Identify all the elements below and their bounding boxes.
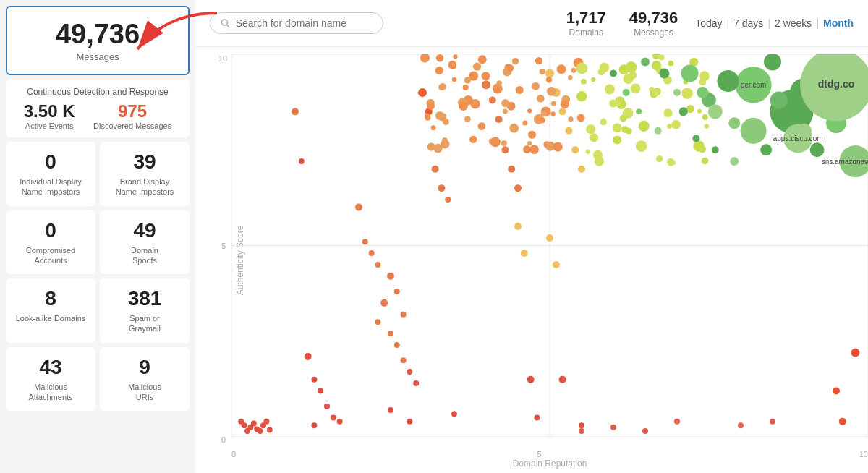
malicious-attachments-num: 43 bbox=[12, 356, 90, 379]
individual-display-impostors-desc: Individual DisplayName Impostors bbox=[12, 176, 90, 197]
messages-count: 49,736 bbox=[19, 19, 176, 50]
compromised-accounts-desc: CompromisedAccounts bbox=[12, 245, 90, 266]
brand-display-impostors-desc: Brand DisplayName Impostors bbox=[106, 176, 184, 197]
cdr-title: Continuous Detection and Response bbox=[14, 87, 181, 97]
filter-today[interactable]: Today bbox=[695, 17, 722, 29]
brand-display-impostors-num: 39 bbox=[106, 150, 184, 174]
messages-stat-label: Messages bbox=[629, 27, 678, 38]
sidebar: 49,736 Messages Continuous Detection and… bbox=[0, 0, 195, 473]
discovered-messages-value: 975 bbox=[93, 101, 171, 122]
spam-graymail-desc: Spam orGraymail bbox=[106, 313, 184, 334]
x-tick-0: 0 bbox=[231, 450, 236, 459]
individual-display-impostors-num: 0 bbox=[12, 150, 90, 174]
x-axis-label: Domain Reputation bbox=[513, 459, 587, 469]
domains-count: 1,717 bbox=[566, 9, 606, 27]
individual-display-impostors[interactable]: 0 Individual DisplayName Impostors bbox=[6, 142, 95, 206]
lookalike-domains-num: 8 bbox=[12, 287, 90, 310]
search-input[interactable] bbox=[236, 17, 373, 29]
malicious-uris-desc: MaliciousURIs bbox=[106, 382, 184, 403]
domains-label: Domains bbox=[566, 27, 606, 38]
stats-grid: 0 Individual DisplayName Impostors 39 Br… bbox=[6, 142, 190, 411]
messages-stat-count: 49,736 bbox=[629, 9, 678, 27]
x-tick-10: 10 bbox=[859, 450, 868, 459]
chart-area: Authenticity Score 10 5 0 0 5 10 Domain … bbox=[195, 47, 868, 473]
brand-display-impostors[interactable]: 39 Brand DisplayName Impostors bbox=[100, 142, 190, 206]
active-events-label: Active Events bbox=[24, 122, 75, 130]
main-panel: 1,717 Domains 49,736 Messages Today | 7 … bbox=[195, 0, 868, 473]
active-events: 3.50 K Active Events bbox=[24, 101, 75, 130]
chart-inner: 10 5 0 0 5 10 Domain Reputation bbox=[231, 54, 868, 444]
cdr-card: Continuous Detection and Response 3.50 K… bbox=[6, 80, 190, 137]
messages-card[interactable]: 49,736 Messages bbox=[6, 6, 190, 75]
malicious-uris[interactable]: 9 MaliciousURIs bbox=[100, 347, 190, 412]
active-events-value: 3.50 K bbox=[24, 101, 75, 122]
topbar: 1,717 Domains 49,736 Messages Today | 7 … bbox=[195, 0, 868, 47]
y-tick-0: 0 bbox=[221, 435, 226, 444]
y-tick-5: 5 bbox=[221, 242, 226, 250]
stat-group: 1,717 Domains 49,736 Messages bbox=[566, 9, 678, 38]
lookalike-domains[interactable]: 8 Look-alike Domains bbox=[6, 278, 95, 343]
scatter-chart bbox=[231, 54, 868, 437]
domain-spoofs-num: 49 bbox=[106, 219, 184, 242]
filter-7days[interactable]: 7 days bbox=[733, 17, 763, 29]
filter-month[interactable]: Month bbox=[823, 17, 854, 29]
spam-graymail[interactable]: 381 Spam orGraymail bbox=[100, 278, 190, 343]
domain-spoofs-desc: DomainSpoofs bbox=[106, 245, 184, 266]
x-tick-5: 5 bbox=[537, 450, 541, 459]
domains-stat: 1,717 Domains bbox=[566, 9, 606, 38]
malicious-uris-num: 9 bbox=[106, 356, 184, 379]
malicious-attachments-desc: MaliciousAttachments bbox=[12, 382, 90, 403]
discovered-messages-label: Discovered Messages bbox=[93, 122, 171, 130]
search-box[interactable] bbox=[210, 12, 383, 34]
messages-label: Messages bbox=[19, 51, 176, 62]
spam-graymail-num: 381 bbox=[106, 287, 184, 310]
domain-spoofs[interactable]: 49 DomainSpoofs bbox=[100, 210, 190, 275]
compromised-accounts-num: 0 bbox=[12, 219, 90, 242]
compromised-accounts[interactable]: 0 CompromisedAccounts bbox=[6, 210, 95, 275]
y-tick-10: 10 bbox=[218, 54, 227, 63]
discovered-messages: 975 Discovered Messages bbox=[93, 101, 171, 130]
lookalike-domains-desc: Look-alike Domains bbox=[12, 313, 90, 323]
time-filters: Today | 7 days | 2 weeks | Month bbox=[695, 17, 854, 29]
filter-2weeks[interactable]: 2 weeks bbox=[775, 17, 812, 29]
svg-line-1 bbox=[227, 25, 229, 27]
messages-stat: 49,736 Messages bbox=[629, 9, 678, 38]
malicious-attachments[interactable]: 43 MaliciousAttachments bbox=[6, 347, 95, 412]
search-icon bbox=[221, 18, 230, 28]
